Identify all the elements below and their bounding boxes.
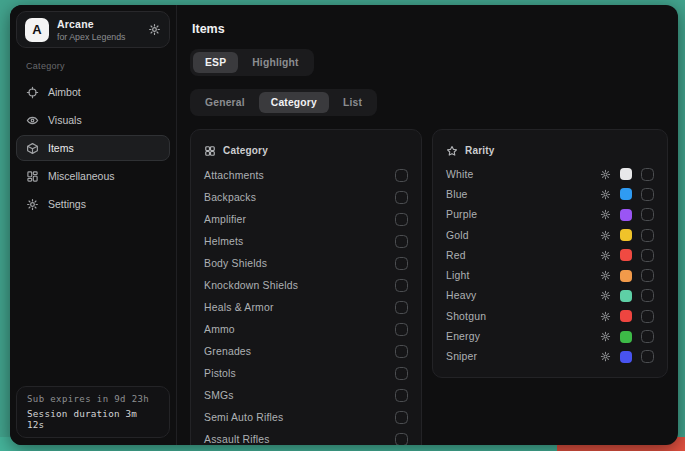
sidebar-item-label: Aimbot bbox=[48, 86, 81, 98]
panels-container: Category Attachments Backpacks Amplifier… bbox=[190, 129, 668, 445]
checkbox[interactable] bbox=[395, 411, 408, 424]
checkbox[interactable] bbox=[395, 323, 408, 336]
rarity-row: Gold bbox=[446, 225, 654, 245]
checkbox[interactable] bbox=[395, 301, 408, 314]
mode-tabs: ESP Highlight bbox=[190, 49, 314, 76]
sidebar-item-visuals[interactable]: Visuals bbox=[16, 107, 170, 133]
tab-list[interactable]: List bbox=[331, 92, 374, 113]
crosshair-icon bbox=[26, 86, 39, 99]
view-tabs: General Category List bbox=[190, 89, 377, 116]
category-row: Knockdown Shields bbox=[204, 274, 408, 296]
color-swatch[interactable] bbox=[620, 290, 632, 302]
rarity-row: Purple bbox=[446, 205, 654, 225]
main-content: Items ESP Highlight General Category Lis… bbox=[177, 5, 678, 445]
checkbox[interactable] bbox=[641, 249, 654, 262]
color-swatch[interactable] bbox=[620, 351, 632, 363]
tab-category[interactable]: Category bbox=[259, 92, 329, 113]
gear-icon[interactable] bbox=[600, 331, 611, 342]
category-row: Helmets bbox=[204, 230, 408, 252]
app-subtitle: for Apex Legends bbox=[57, 32, 125, 42]
checkbox[interactable] bbox=[641, 188, 654, 201]
tab-esp[interactable]: ESP bbox=[193, 52, 238, 73]
sidebar-item-aimbot[interactable]: Aimbot bbox=[16, 79, 170, 105]
checkbox[interactable] bbox=[395, 433, 408, 446]
category-row: SMGs bbox=[204, 384, 408, 406]
sidebar-item-label: Settings bbox=[48, 198, 86, 210]
checkbox[interactable] bbox=[641, 168, 654, 181]
checkbox[interactable] bbox=[395, 345, 408, 358]
sidebar-item-settings[interactable]: Settings bbox=[16, 191, 170, 217]
color-swatch[interactable] bbox=[620, 188, 632, 200]
grid-icon bbox=[204, 145, 216, 157]
rarity-row: Blue bbox=[446, 184, 654, 204]
rarity-row: Shotgun bbox=[446, 306, 654, 326]
sub-expires-text: Sub expires in 9d 23h bbox=[27, 394, 159, 404]
category-row: Heals & Armor bbox=[204, 296, 408, 318]
sidebar-nav: Aimbot Visuals Items Miscellaneous Setti… bbox=[10, 79, 176, 217]
rarity-row: Red bbox=[446, 245, 654, 265]
gear-icon[interactable] bbox=[600, 250, 611, 261]
gear-icon[interactable] bbox=[600, 209, 611, 220]
sidebar-item-items[interactable]: Items bbox=[16, 135, 170, 161]
category-row: Attachments bbox=[204, 164, 408, 186]
color-swatch[interactable] bbox=[620, 270, 632, 282]
eye-icon bbox=[26, 114, 39, 127]
gear-icon[interactable] bbox=[600, 290, 611, 301]
checkbox[interactable] bbox=[641, 310, 654, 323]
color-swatch[interactable] bbox=[620, 310, 632, 322]
color-swatch[interactable] bbox=[620, 331, 632, 343]
sidebar-item-label: Visuals bbox=[48, 114, 82, 126]
rarity-panel-title: Rarity bbox=[465, 145, 495, 156]
checkbox[interactable] bbox=[641, 350, 654, 363]
checkbox[interactable] bbox=[395, 279, 408, 292]
gear-icon[interactable] bbox=[600, 351, 611, 362]
sidebar-item-label: Miscellaneous bbox=[48, 170, 115, 182]
rarity-row: White bbox=[446, 164, 654, 184]
checkbox[interactable] bbox=[395, 235, 408, 248]
checkbox[interactable] bbox=[641, 330, 654, 343]
gear-icon[interactable] bbox=[600, 230, 611, 241]
color-swatch[interactable] bbox=[620, 168, 632, 180]
gear-icon[interactable] bbox=[600, 189, 611, 200]
rarity-row: Heavy bbox=[446, 286, 654, 306]
subscription-info-card: Sub expires in 9d 23h Session duration 3… bbox=[16, 386, 170, 438]
category-row: Backpacks bbox=[204, 186, 408, 208]
category-row: Body Shields bbox=[204, 252, 408, 274]
checkbox[interactable] bbox=[395, 213, 408, 226]
box-icon bbox=[26, 142, 39, 155]
color-swatch[interactable] bbox=[620, 249, 632, 261]
checkbox[interactable] bbox=[641, 289, 654, 302]
gear-icon[interactable] bbox=[148, 23, 161, 36]
checkbox[interactable] bbox=[395, 367, 408, 380]
rarity-row: Energy bbox=[446, 326, 654, 346]
checkbox[interactable] bbox=[641, 269, 654, 282]
gear-icon bbox=[26, 198, 39, 211]
checkbox[interactable] bbox=[395, 389, 408, 402]
rarity-row: Light bbox=[446, 265, 654, 285]
checkbox[interactable] bbox=[641, 208, 654, 221]
sidebar-item-miscellaneous[interactable]: Miscellaneous bbox=[16, 163, 170, 189]
category-row: Grenades bbox=[204, 340, 408, 362]
grid-icon bbox=[26, 170, 39, 183]
tab-highlight[interactable]: Highlight bbox=[240, 52, 310, 73]
tab-general[interactable]: General bbox=[193, 92, 257, 113]
category-panel-header: Category bbox=[204, 139, 408, 162]
app-header-card: A Arcane for Apex Legends bbox=[16, 11, 170, 48]
checkbox[interactable] bbox=[641, 229, 654, 242]
category-row: Assault Rifles bbox=[204, 428, 408, 445]
category-row: Amplifier bbox=[204, 208, 408, 230]
gear-icon[interactable] bbox=[600, 169, 611, 180]
color-swatch[interactable] bbox=[620, 209, 632, 221]
app-title: Arcane bbox=[57, 18, 125, 30]
rarity-panel-header: Rarity bbox=[446, 139, 654, 162]
category-row: Semi Auto Rifles bbox=[204, 406, 408, 428]
rarity-row: Sniper bbox=[446, 347, 654, 367]
checkbox[interactable] bbox=[395, 257, 408, 270]
session-duration-text: Session duration 3m 12s bbox=[27, 408, 159, 430]
color-swatch[interactable] bbox=[620, 229, 632, 241]
gear-icon[interactable] bbox=[600, 311, 611, 322]
checkbox[interactable] bbox=[395, 169, 408, 182]
gear-icon[interactable] bbox=[600, 270, 611, 281]
page-title: Items bbox=[192, 22, 668, 36]
checkbox[interactable] bbox=[395, 191, 408, 204]
